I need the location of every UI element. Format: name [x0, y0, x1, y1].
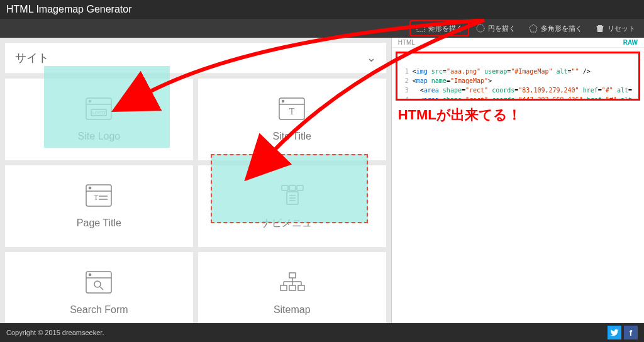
code-panel: HTML RAW 1<img src="aaa.png" usemap="#Im… [392, 38, 644, 323]
svg-point-27 [89, 274, 91, 276]
card-grid: LOGO Site Logo T Site Title T Page Title… [5, 79, 386, 323]
canvas-area[interactable]: サイト ⌄ LOGO Site Logo T Site Title T Page… [0, 38, 392, 323]
tab-html[interactable]: HTML [398, 39, 415, 46]
footer: Copyright © 2015 dreamseeker. f [0, 323, 644, 342]
app-title: HTML Imagemap Generator [6, 4, 131, 15]
tool-reset-button[interactable]: リセット [590, 21, 640, 35]
annotation-callout: HTMLが出来てる！ [398, 106, 638, 124]
svg-point-5 [89, 101, 91, 102]
svg-rect-0 [417, 25, 425, 31]
facebook-button[interactable]: f [624, 326, 638, 339]
card-page-title[interactable]: T Page Title [5, 165, 193, 247]
toolbar: 矩形を描く 円を描く 多角形を描く リセット [0, 19, 644, 38]
code-output[interactable]: 1<img src="aaa.png" usemap="#ImageMap" a… [396, 52, 640, 101]
rect-icon [416, 23, 426, 33]
card-nav-menu[interactable]: ナビメニュー [198, 165, 386, 247]
svg-rect-18 [282, 185, 288, 190]
trash-icon [595, 23, 605, 33]
svg-point-1 [477, 25, 484, 32]
card-label: Page Title [77, 218, 121, 229]
card-label: ナビメニュー [262, 217, 322, 230]
search-icon [85, 270, 113, 297]
svg-rect-20 [297, 185, 303, 190]
svg-rect-31 [280, 285, 287, 290]
svg-rect-30 [289, 273, 296, 278]
card-label: Search Form [70, 304, 128, 316]
circle-icon [475, 23, 486, 33]
tool-rect-button[interactable]: 矩形を描く [411, 21, 468, 35]
site-title-icon: T [278, 97, 306, 123]
svg-point-14 [89, 187, 91, 189]
tab-raw[interactable]: RAW [623, 39, 638, 46]
card-label: Site Title [273, 131, 311, 142]
svg-line-29 [100, 287, 103, 290]
section-header[interactable]: サイト ⌄ [5, 43, 386, 74]
twitter-button[interactable] [608, 326, 621, 339]
sitemap-icon [278, 270, 306, 297]
page-title-icon: T [85, 184, 113, 210]
svg-text:LOGO: LOGO [92, 111, 106, 115]
svg-point-10 [282, 101, 284, 102]
nav-menu-icon [278, 183, 306, 209]
main-area: サイト ⌄ LOGO Site Logo T Site Title T Page… [0, 38, 644, 323]
card-site-logo[interactable]: LOGO Site Logo [5, 79, 193, 160]
tool-polygon-button[interactable]: 多角形を描く [523, 21, 587, 35]
card-search-form[interactable]: Search Form [5, 252, 193, 323]
card-sitemap[interactable]: Sitemap [198, 252, 386, 323]
code-tabs: HTML RAW [392, 38, 644, 48]
svg-point-28 [94, 281, 101, 287]
svg-rect-32 [289, 285, 296, 290]
polygon-icon [528, 23, 538, 33]
app-header: HTML Imagemap Generator [0, 0, 644, 19]
chevron-down-icon: ⌄ [367, 51, 376, 65]
social-links: f [608, 326, 638, 339]
logo-icon: LOGO [85, 97, 113, 123]
card-label: Site Logo [78, 131, 121, 142]
section-title: サイト [15, 50, 49, 65]
card-label: Sitemap [274, 304, 311, 316]
tool-circle-button[interactable]: 円を描く [470, 21, 521, 35]
svg-text:T: T [94, 193, 99, 202]
copyright: Copyright © 2015 dreamseeker. [6, 329, 104, 336]
svg-marker-2 [530, 25, 537, 32]
card-site-title[interactable]: T Site Title [198, 79, 386, 160]
svg-rect-19 [289, 185, 296, 190]
svg-rect-33 [298, 285, 304, 290]
svg-text:T: T [289, 107, 295, 116]
